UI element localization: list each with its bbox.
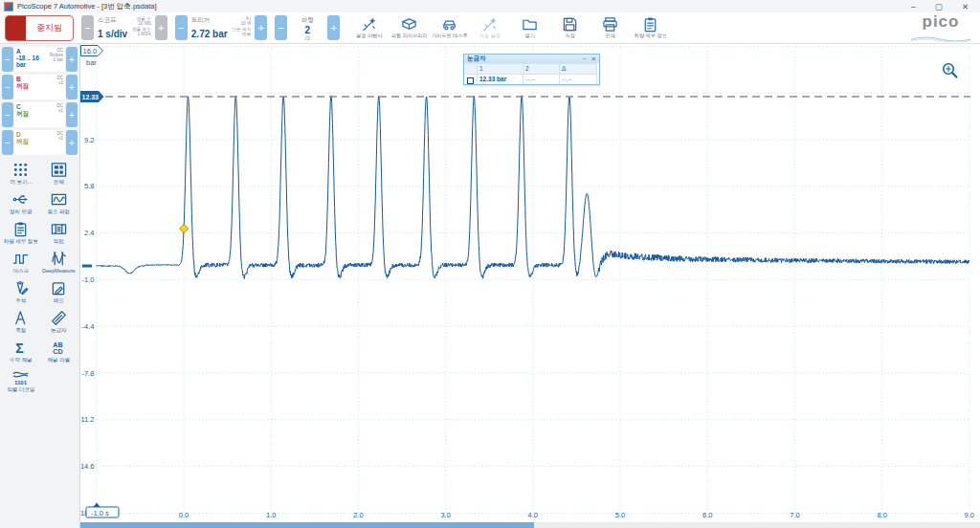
tool-more-views[interactable]: 더 보기... bbox=[2, 162, 40, 185]
chart-area[interactable]: 0.01.02.03.04.05.06.07.08.09.012.69.25.8… bbox=[80, 44, 980, 522]
guided-tests-button[interactable]: 가이드된 테스트 bbox=[432, 16, 467, 39]
clipboard-icon bbox=[642, 16, 658, 33]
tool-vehicle-details[interactable]: 차량 세부 정보 bbox=[2, 221, 40, 244]
pen-icon bbox=[12, 280, 29, 297]
tool-measure[interactable]: 측정 bbox=[2, 310, 40, 333]
waveform-next-button[interactable]: + bbox=[327, 15, 340, 40]
y-tick-label: 2.4 bbox=[84, 229, 94, 237]
x-tick-label: 2.0 bbox=[353, 511, 363, 519]
waveform-prev-button[interactable]: − bbox=[275, 15, 287, 40]
caliper-icon bbox=[12, 310, 29, 326]
app-icon bbox=[4, 2, 13, 11]
trigger-minus-button[interactable]: − bbox=[175, 15, 188, 40]
titlebar: PicoScope 7 Automotive - [3번 압축.psdata] … bbox=[0, 0, 980, 13]
toolbar-buttons: 설정 마법사파형 라이브러리가이드된 테스트자동 설정열기저장인쇄차량 세부 정… bbox=[351, 16, 668, 39]
channel-plus-button[interactable]: + bbox=[66, 75, 78, 99]
toolbar-button-label: 열기 bbox=[525, 33, 535, 39]
channel-coupling-info: DCx1 bbox=[57, 76, 64, 85]
sidebar: −A-18 .. 16barDCRotkee-1 bar+−B꺼짐DCx1+−C… bbox=[0, 44, 80, 528]
note-icon bbox=[51, 280, 67, 297]
x-tick-label: 9.0 bbox=[965, 511, 974, 519]
setup-wizard-button[interactable]: 설정 마법사 bbox=[351, 16, 387, 39]
tool-label: 마스크 bbox=[13, 268, 30, 274]
x-tick-label: 5.0 bbox=[615, 511, 625, 519]
pico-logo-text: pico bbox=[909, 14, 972, 29]
tool-tasks[interactable]: 작업 bbox=[40, 221, 78, 244]
tool-label: 메모 bbox=[54, 297, 64, 303]
open-button[interactable]: 열기 bbox=[512, 16, 547, 39]
ruler-panel-minimize[interactable]: − bbox=[583, 55, 587, 63]
trigger-marker[interactable] bbox=[180, 225, 189, 233]
waveform-count: /3 bbox=[305, 35, 310, 41]
trigger-plus-button[interactable]: + bbox=[255, 15, 267, 40]
stop-button[interactable]: 중지됨 bbox=[5, 15, 74, 41]
tool-whole-view[interactable]: 전체 bbox=[40, 162, 78, 185]
panes-icon bbox=[51, 162, 67, 178]
tool-annotation[interactable]: 주석 bbox=[2, 280, 40, 303]
maximize-button[interactable]: ▢ bbox=[935, 2, 943, 11]
waveform-plot[interactable]: 0.01.02.03.04.05.06.07.08.09.012.69.25.8… bbox=[80, 44, 980, 522]
scope-plus-button[interactable]: + bbox=[155, 15, 167, 40]
tool-channel-label[interactable]: ABCD채널 라벨 bbox=[40, 340, 78, 363]
wand-icon bbox=[361, 16, 377, 33]
tool-connect-device[interactable]: 장치 연결 bbox=[2, 191, 40, 214]
toolbar-button-label: 저장 bbox=[566, 33, 575, 39]
usb-icon bbox=[12, 191, 29, 208]
channel-d[interactable]: −D꺼짐DCx1+ bbox=[2, 130, 78, 155]
channel-plus-button[interactable]: + bbox=[66, 130, 78, 155]
save-button[interactable]: 저장 bbox=[552, 16, 588, 39]
mask-icon bbox=[12, 251, 29, 267]
tool-label: 전체 bbox=[54, 179, 64, 185]
channel-minus-button[interactable]: − bbox=[2, 102, 13, 127]
save-icon bbox=[562, 16, 578, 33]
rulericon-icon bbox=[51, 310, 67, 326]
channel-b[interactable]: −B꺼짐DCx1+ bbox=[2, 75, 78, 99]
y-tick-label: -1.0 bbox=[82, 275, 95, 284]
toolbar-button-label: 가이드된 테스트 bbox=[432, 33, 468, 39]
tool-serial-decode[interactable]: 1101직렬 디코딩 bbox=[2, 369, 40, 392]
toolbar-button-label: 자동 설정 bbox=[479, 33, 501, 39]
stop-indicator bbox=[6, 16, 26, 40]
scope-minus-button[interactable]: − bbox=[81, 15, 94, 40]
channel-a[interactable]: −A-18 .. 16barDCRotkee-1 bar+ bbox=[2, 47, 78, 72]
tool-memo[interactable]: 메모 bbox=[40, 280, 78, 303]
channel-minus-button[interactable]: − bbox=[2, 130, 13, 155]
channel-minus-button[interactable]: − bbox=[2, 47, 13, 72]
decode-icon: 1101 bbox=[12, 369, 29, 385]
ruler-col-swatch bbox=[464, 63, 478, 74]
channel-c[interactable]: −C꺼짐DCx1+ bbox=[2, 102, 78, 127]
tool-math-channel[interactable]: Σ수학 채널 bbox=[2, 340, 40, 363]
tool-deepmeasure[interactable]: DeepMeasure bbox=[40, 251, 78, 274]
trigger-level-value[interactable]: 2.72 bar bbox=[191, 29, 228, 39]
y-axis-unit: bar bbox=[86, 58, 97, 67]
minimize-button[interactable]: – bbox=[911, 2, 916, 11]
scope-panel: − 스코프 1 s/div 샘플 수 10 MS 샘플 속도 1 MS/s + bbox=[81, 15, 167, 40]
vehicle-details-button[interactable]: 차량 세부 정보 bbox=[633, 16, 668, 39]
zoom-overview-icon[interactable] bbox=[944, 64, 957, 77]
close-button[interactable]: ✕ bbox=[962, 2, 969, 11]
waveform-library-button[interactable]: 파형 라이브러리 bbox=[391, 16, 427, 39]
channel-plus-button[interactable]: + bbox=[66, 47, 78, 72]
timebase-value[interactable]: 1 s/div bbox=[98, 29, 127, 39]
svg-text:CD: CD bbox=[53, 348, 62, 356]
ruler-panel[interactable]: 눈금자 − ✕ 1 2 Δ 12.33 bar --,-- --,-- bbox=[463, 54, 600, 85]
library-icon bbox=[401, 16, 417, 33]
scrollbar-thumb[interactable] bbox=[80, 522, 534, 528]
tool-mask[interactable]: 마스크 bbox=[2, 251, 40, 274]
y-tick-label: -7.8 bbox=[82, 369, 95, 378]
y-tick-label: -14.6 bbox=[80, 462, 95, 471]
toolbar-button-label: 인쇄 bbox=[606, 33, 615, 39]
svg-text:Σ: Σ bbox=[16, 341, 25, 356]
tool-label: 주석 bbox=[15, 297, 26, 303]
channel-plus-button[interactable]: + bbox=[66, 102, 78, 127]
tool-label: 차량 세부 정보 bbox=[4, 238, 38, 244]
print-button[interactable]: 인쇄 bbox=[592, 16, 628, 39]
film-icon bbox=[51, 221, 67, 237]
tool-ruler[interactable]: 눈금자 bbox=[40, 310, 78, 333]
horizontal-scrollbar[interactable] bbox=[80, 522, 980, 528]
tool-reference-waveform[interactable]: 참조 파형 bbox=[40, 191, 78, 214]
channel-minus-button[interactable]: − bbox=[2, 75, 13, 99]
trigger-panel: − 트리거 2.72 bar A ∫ 10 % 단순 에지 반복 + bbox=[175, 15, 267, 40]
x-axis-start-label: -1.0 s bbox=[91, 509, 109, 517]
ruler-panel-close[interactable]: ✕ bbox=[591, 55, 596, 63]
